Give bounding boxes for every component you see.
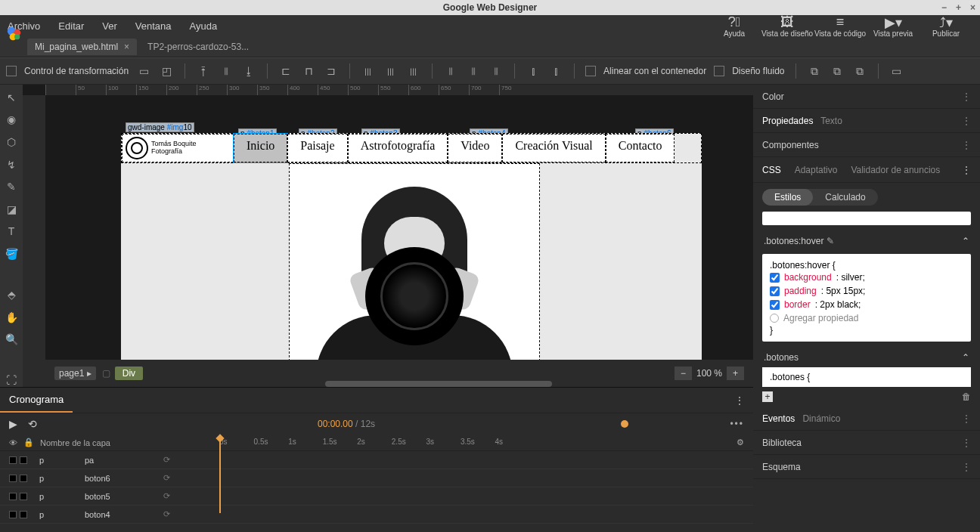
zoom-tool-icon[interactable]: 🔍 bbox=[4, 332, 19, 346]
collapse-icon[interactable]: ⌃ bbox=[962, 352, 969, 363]
dist-icon-4[interactable]: ⫴ bbox=[443, 63, 458, 79]
layer-loop-icon[interactable]: ⟳ bbox=[163, 473, 170, 483]
layer-color-icon[interactable] bbox=[9, 511, 17, 518]
zoom-minus[interactable]: − bbox=[675, 367, 692, 380]
prop-checkbox[interactable] bbox=[770, 300, 780, 310]
more-icon[interactable]: ⋮ bbox=[962, 140, 971, 150]
css-rule-body[interactable]: .botones:hover { background: silver; pad… bbox=[762, 254, 971, 342]
nav-inicio[interactable]: Inicio bbox=[234, 134, 287, 162]
library-panel-header[interactable]: Biblioteca⋮ bbox=[753, 431, 980, 455]
element-tag-img[interactable]: gwd-image #img10 bbox=[126, 122, 194, 132]
properties-panel-header[interactable]: Propiedades Texto ⋮ bbox=[753, 109, 980, 133]
dist-icon-6[interactable]: ⫴ bbox=[488, 63, 504, 79]
publish-button[interactable]: ⤴▾Publicar bbox=[920, 14, 972, 38]
close-icon[interactable]: × bbox=[970, 2, 975, 13]
logo-element[interactable]: Tomás BoquiteFotografía bbox=[122, 134, 234, 162]
layer-loop-icon[interactable]: ⟳ bbox=[163, 455, 170, 465]
more-icon[interactable]: ⋮ bbox=[962, 116, 971, 126]
timeline-ruler[interactable]: 0s0.5s1s1.5s2s2.5s3s3.5s4s bbox=[0, 438, 529, 446]
css-input[interactable] bbox=[762, 212, 971, 225]
element-tool-icon[interactable]: ↯ bbox=[4, 158, 19, 172]
dist-icon-7[interactable]: ⫿ bbox=[526, 63, 541, 79]
nav-paisaje[interactable]: Paisaje bbox=[287, 134, 347, 162]
nav-video[interactable]: Video bbox=[448, 134, 502, 162]
components-panel-header[interactable]: Componentes⋮ bbox=[753, 133, 980, 157]
layer-row[interactable]: ppa⟳ bbox=[0, 451, 753, 469]
menu-ver[interactable]: Ver bbox=[102, 20, 117, 32]
3d-tool-icon[interactable]: ⬘ bbox=[4, 288, 19, 302]
add-rule-icon[interactable]: + bbox=[762, 391, 773, 402]
layer-color-icon[interactable] bbox=[20, 475, 27, 482]
nav-astro[interactable]: Astrofotografía bbox=[348, 134, 448, 162]
validator-tab[interactable]: Validador de anuncios bbox=[851, 165, 940, 175]
events-panel-header[interactable]: Eventos Dinámico ⋮ bbox=[753, 407, 980, 431]
photo-element[interactable] bbox=[289, 163, 540, 361]
css-rule2-header[interactable]: .botones ⌃ bbox=[753, 348, 980, 367]
fluid-icon-3[interactable]: ⧉ bbox=[852, 63, 867, 79]
fluid-icon-4[interactable]: ▭ bbox=[889, 63, 904, 79]
align-right-icon[interactable]: ⊐ bbox=[324, 63, 339, 79]
container-align-checkbox[interactable] bbox=[585, 66, 596, 76]
hand-tool-icon[interactable]: ✋ bbox=[4, 311, 19, 324]
fill-tool-icon[interactable]: 🪣 bbox=[4, 247, 19, 261]
file-tab-inactive[interactable]: TP2-perros-cardozo-53... bbox=[140, 39, 256, 55]
selection-tool-icon[interactable]: ↖ bbox=[4, 91, 19, 104]
layer-loop-icon[interactable]: ⟳ bbox=[163, 509, 170, 519]
align-hcenter-icon[interactable]: ⊓ bbox=[301, 63, 316, 79]
pencil-icon[interactable]: ✎ bbox=[826, 236, 834, 246]
timeline-tab[interactable]: Cronograma bbox=[0, 388, 73, 413]
layer-color-icon[interactable] bbox=[9, 493, 17, 500]
playhead-icon[interactable] bbox=[219, 438, 221, 513]
dist-icon-5[interactable]: ⫴ bbox=[466, 63, 481, 79]
dist-icon-8[interactable]: ⫿ bbox=[548, 63, 563, 79]
breadcrumb-div[interactable]: Div bbox=[115, 367, 143, 380]
menu-ventana[interactable]: Ventana bbox=[135, 20, 172, 32]
prop-checkbox[interactable] bbox=[770, 273, 780, 283]
collapse-icon[interactable]: ⌃ bbox=[962, 236, 969, 246]
fluid-icon-1[interactable]: ⧉ bbox=[807, 63, 822, 79]
computed-subtab[interactable]: Calculado bbox=[813, 189, 877, 206]
dist-icon-1[interactable]: ⫼ bbox=[361, 63, 376, 79]
more-icon[interactable]: ⋮ bbox=[962, 165, 971, 175]
more-icon[interactable]: ⋮ bbox=[962, 91, 971, 102]
align-top-icon[interactable]: ⭱ bbox=[196, 63, 211, 79]
outline-panel-header[interactable]: Esquema⋮ bbox=[753, 455, 980, 479]
timeline-options-icon[interactable]: ••• bbox=[730, 419, 744, 429]
timeline-scrubber-icon[interactable] bbox=[621, 420, 628, 428]
color-panel-header[interactable]: Color⋮ bbox=[753, 85, 980, 109]
css-rule-header[interactable]: .botones:hover ✎ ⌃ bbox=[753, 231, 980, 251]
nav-creacion[interactable]: Creación Visual bbox=[502, 134, 605, 162]
horizontal-scrollbar[interactable] bbox=[325, 381, 552, 387]
align-vcenter-icon[interactable]: ⫴ bbox=[219, 63, 234, 79]
text-tool-icon[interactable]: T bbox=[4, 225, 19, 239]
zoom-plus[interactable]: + bbox=[727, 367, 744, 380]
layer-row[interactable]: pboton6⟳ bbox=[0, 469, 753, 487]
delete-icon[interactable]: 🗑 bbox=[962, 391, 971, 402]
layer-color-icon[interactable] bbox=[9, 456, 17, 464]
help-button[interactable]: ?⃝Ayuda bbox=[708, 14, 761, 38]
layer-row[interactable]: pboton4⟳ bbox=[0, 506, 753, 524]
preview-button[interactable]: ▶▾Vista previa bbox=[867, 14, 920, 38]
transform-icon-1[interactable]: ▭ bbox=[136, 63, 151, 79]
fluid-checkbox[interactable] bbox=[714, 66, 724, 76]
page-element[interactable]: Tomás BoquiteFotografía Inicio Paisaje A… bbox=[121, 133, 702, 375]
file-tab-active[interactable]: Mi_pagina_web.html × bbox=[27, 39, 137, 55]
more-icon[interactable]: ⋮ bbox=[962, 462, 971, 472]
align-left-icon[interactable]: ⊏ bbox=[278, 63, 293, 79]
css-tab[interactable]: CSS bbox=[762, 165, 781, 175]
more-icon[interactable]: ⋮ bbox=[962, 413, 971, 424]
adaptive-tab[interactable]: Adaptativo bbox=[795, 165, 838, 175]
layer-color-icon[interactable] bbox=[20, 511, 27, 518]
pen-tool-icon[interactable]: ✎ bbox=[4, 180, 19, 193]
add-prop-radio[interactable] bbox=[770, 314, 779, 323]
layer-settings-icon[interactable]: ⚙ bbox=[737, 438, 744, 447]
nav-contacto[interactable]: Contacto bbox=[606, 134, 675, 162]
design-view-button[interactable]: 🖼Vista de diseño bbox=[761, 14, 814, 38]
close-tab-icon[interactable]: × bbox=[124, 42, 129, 52]
shape-tool-icon[interactable]: ◪ bbox=[4, 203, 19, 216]
more-icon[interactable]: ⋮ bbox=[962, 438, 971, 448]
layer-row[interactable]: pboton5⟳ bbox=[0, 487, 753, 506]
expand-tool-icon[interactable]: ⛶ bbox=[4, 373, 19, 387]
page-selector[interactable]: page1 ▸ bbox=[54, 367, 96, 380]
align-bottom-icon[interactable]: ⭳ bbox=[241, 63, 256, 79]
